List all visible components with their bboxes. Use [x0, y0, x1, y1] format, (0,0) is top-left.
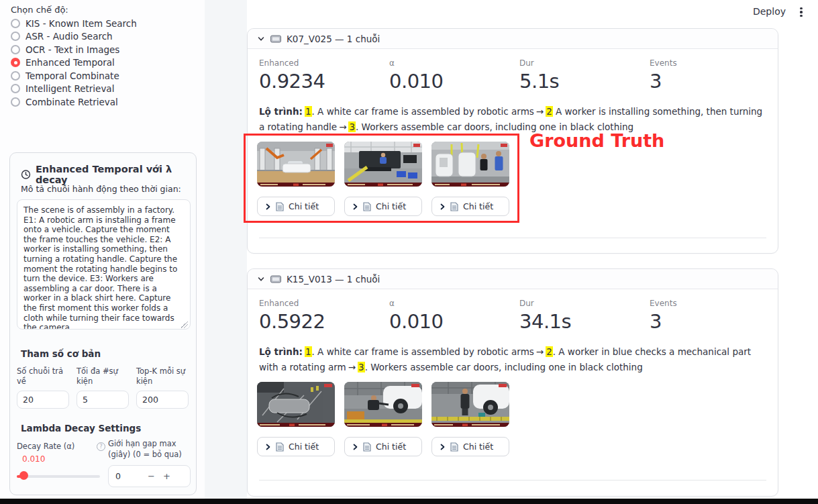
detail-label: Chi tiết	[463, 201, 493, 211]
detail-expander-3[interactable]: Chi tiết	[431, 437, 509, 456]
route-text: Lộ trình:1. A white car frame is assembl…	[259, 104, 766, 135]
slider-thumb[interactable]	[19, 471, 28, 480]
metrics-row: Enhanced0.9234 α0.010 Dur5.1s Events3	[248, 58, 778, 99]
event-thumbnail-3[interactable]	[431, 142, 509, 187]
radio-kis[interactable]: KIS - Known Item Search	[11, 18, 137, 28]
event-thumbnail-1[interactable]	[257, 382, 335, 427]
metric-label: α	[389, 299, 444, 308]
mode-radio-group: KIS - Known Item Search ASR - Audio Sear…	[11, 18, 137, 107]
detail-expander-2[interactable]: Chi tiết	[344, 437, 422, 456]
minus-button[interactable]: −	[148, 471, 155, 481]
param-label: Top-K mỗi sự kiện	[136, 366, 191, 387]
kebab-menu-icon[interactable]	[795, 5, 807, 19]
metric-value: 3	[650, 310, 677, 333]
result-card-k15-v013: K15_V013 — 1 chuỗi Enhanced0.5922 α0.010…	[247, 268, 778, 497]
enhanced-temporal-panel: Enhanced Temporal với λ decay Mô tả chuỗ…	[9, 152, 197, 495]
metric-label: Dur	[519, 58, 559, 68]
radio-enhanced-temporal[interactable]: Enhanced Temporal	[11, 58, 137, 68]
radio-asr[interactable]: ASR - Audio Search	[11, 32, 137, 42]
topk-input[interactable]	[136, 391, 189, 409]
chevron-right-icon	[440, 203, 446, 210]
query-textarea[interactable]: The scene is of assembly in a factory. E…	[17, 199, 191, 330]
radio-ocr[interactable]: OCR - Text in Images	[11, 44, 137, 54]
radio-label: ASR - Audio Search	[25, 31, 113, 42]
detail-expander-1[interactable]: Chi tiết	[257, 437, 335, 456]
gap-max-input[interactable]	[109, 471, 144, 481]
metric-value: 0.9234	[259, 70, 325, 93]
chevron-right-icon	[265, 203, 271, 210]
radio-icon	[11, 71, 20, 81]
decay-rate-slider[interactable]	[17, 471, 105, 481]
divider	[259, 238, 766, 238]
metric-value: 0.5922	[259, 310, 325, 333]
video-icon	[270, 275, 281, 283]
radio-label: Intelligent Retrieval	[25, 83, 114, 94]
decay-rate-value: 0.010	[22, 454, 105, 464]
expander-header[interactable]: K15_V013 — 1 chuỗi	[248, 269, 778, 289]
thumbnail-row	[257, 382, 509, 427]
document-icon	[276, 202, 284, 211]
document-icon	[363, 202, 371, 211]
radio-icon	[11, 45, 20, 54]
radio-combinate-retrieval[interactable]: Combinate Retrieval	[11, 97, 137, 107]
metric-label: Enhanced	[259, 58, 325, 68]
radio-icon	[11, 97, 20, 107]
panel-title: Enhanced Temporal với λ decay	[36, 164, 196, 185]
detail-expander-1[interactable]: Chi tiết	[257, 197, 335, 216]
plus-button[interactable]: +	[163, 471, 170, 481]
metric-value: 5.1s	[519, 70, 559, 93]
detail-expander-2[interactable]: Chi tiết	[344, 197, 422, 216]
result-title: K07_V025 — 1 chuỗi	[287, 34, 380, 44]
radio-icon	[11, 58, 20, 67]
result-title: K15_V013 — 1 chuỗi	[287, 274, 380, 285]
result-card-k07-v025: K07_V025 — 1 chuỗi Enhanced0.9234 α0.010…	[247, 28, 778, 254]
textarea-resize-handle[interactable]	[181, 321, 188, 328]
detail-button-row: Chi tiết Chi tiết Chi tiết	[257, 197, 509, 216]
detail-label: Chi tiết	[289, 201, 319, 211]
video-icon	[270, 35, 281, 43]
chevron-right-icon	[440, 444, 446, 450]
lambda-settings-title: Lambda Decay Settings	[21, 423, 141, 434]
chevron-right-icon	[265, 444, 271, 450]
route-step-number: 3	[348, 121, 356, 132]
event-thumbnail-2[interactable]	[344, 382, 422, 427]
document-icon	[276, 442, 284, 452]
divider	[259, 480, 766, 481]
detail-button-row: Chi tiết Chi tiết Chi tiết	[257, 437, 509, 456]
metric-label: Events	[650, 58, 677, 68]
document-icon	[363, 442, 371, 452]
metric-label: Enhanced	[259, 299, 325, 308]
deploy-button[interactable]: Deploy	[753, 6, 786, 17]
expander-header[interactable]: K07_V025 — 1 chuỗi	[248, 29, 778, 49]
chevron-right-icon	[352, 203, 358, 210]
document-icon	[450, 442, 458, 452]
decay-rate-group: Decay Rate (α) ? 0.010	[17, 442, 105, 481]
route-step-number: 3	[358, 362, 365, 372]
help-icon[interactable]: ?	[97, 442, 105, 451]
param-label: Số chuỗi trả về	[17, 366, 71, 387]
ground-truth-annotation-label: Ground Truth	[529, 130, 664, 151]
radio-intelligent-retrieval[interactable]: Intelligent Retrieval	[11, 84, 137, 94]
chevron-right-icon	[352, 444, 358, 450]
route-step-number: 1	[305, 346, 312, 357]
event-thumbnail-2[interactable]	[344, 142, 422, 187]
route-step-number: 2	[546, 346, 553, 357]
num-chains-input[interactable]	[17, 391, 69, 409]
bottom-bar	[0, 499, 818, 504]
max-events-input[interactable]	[76, 391, 129, 409]
radio-temporal-combinate[interactable]: Temporal Combinate	[11, 70, 137, 81]
clock-icon	[21, 169, 31, 180]
event-thumbnail-1[interactable]	[257, 142, 335, 187]
radio-icon	[11, 84, 20, 93]
sidebar: Chọn chế độ: KIS - Known Item Search ASR…	[0, 0, 205, 504]
radio-label: Combinate Retrieval	[25, 97, 118, 107]
chevron-down-icon	[257, 275, 265, 283]
chevron-down-icon	[257, 35, 265, 43]
route-step-number: 1	[305, 106, 312, 117]
detail-expander-3[interactable]: Chi tiết	[431, 197, 509, 216]
basic-params-row: Số chuỗi trả về Tối đa #sự kiện Top-K mỗ…	[17, 366, 191, 409]
event-thumbnail-3[interactable]	[431, 382, 509, 427]
radio-label: KIS - Known Item Search	[25, 18, 137, 29]
document-icon	[450, 202, 458, 211]
gap-max-group: Giới hạn gap max (giây) (0 = bỏ qua) − +	[108, 439, 191, 487]
